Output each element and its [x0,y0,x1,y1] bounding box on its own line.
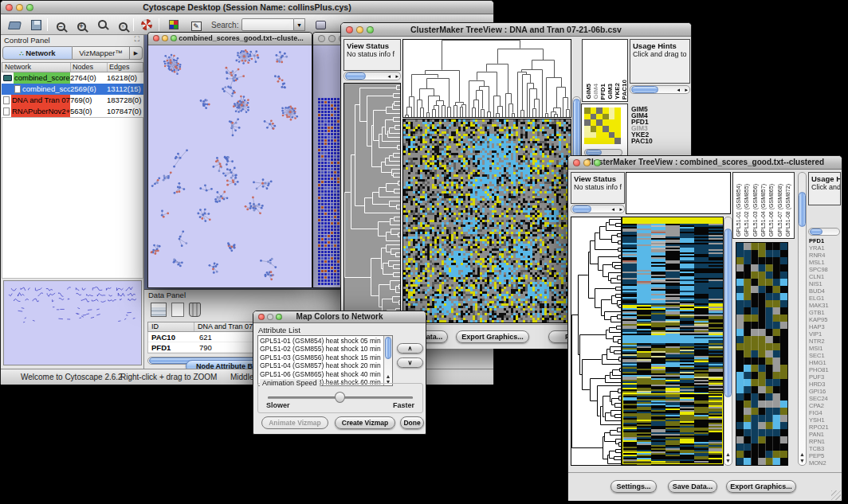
table-view-icon[interactable] [151,303,167,317]
gene-label[interactable]: PEP5 [809,452,842,459]
open-session-icon[interactable] [6,18,23,33]
gene-label[interactable]: PAC10 [631,138,687,144]
gene-label[interactable]: KAP95 [809,316,842,323]
minimize-icon[interactable] [267,314,273,320]
main-titlebar[interactable]: Cytoscape Desktop (Session Name: collins… [1,1,493,14]
treeview2-hints-hscrollbar[interactable] [808,228,840,236]
close-icon[interactable] [153,35,159,41]
tab-network[interactable]: ∴ Network [2,46,73,60]
export-graphics-button[interactable]: Export Graphics... [456,330,529,343]
gene-label[interactable]: PUF3 [809,373,842,381]
gene-label[interactable]: PAN1 [809,431,842,438]
treeview1-column-dendrogram[interactable] [402,39,571,118]
gene-label[interactable]: GIM3 [631,125,687,131]
zoom-selected-icon[interactable] [93,18,111,33]
close-icon[interactable] [573,159,580,166]
minimize-icon[interactable] [356,26,363,33]
gene-label[interactable]: NIS1 [809,280,842,287]
zoom-out-icon[interactable]: – [52,18,69,33]
network-window-titlebar[interactable]: combined_scores_good.txt--cluste... [148,33,312,45]
treeview2-vscrollbar[interactable]: ▲ ▼ [724,217,732,466]
treeview2-column-dendrogram[interactable] [626,172,731,214]
save-session-icon[interactable] [27,18,45,33]
gene-label[interactable]: NTR2 [809,338,842,345]
gene-label[interactable]: GPI16 [809,388,842,395]
move-up-button[interactable]: ∧ [397,343,423,354]
close-icon[interactable] [318,35,325,42]
search-dropdown-icon[interactable]: ▼ [294,18,305,31]
close-icon[interactable] [258,314,265,320]
minimize-icon[interactable] [328,35,336,42]
col-header-nodes[interactable]: Nodes [71,63,108,72]
gene-label[interactable]: FIG4 [809,409,842,416]
zoom-window-icon[interactable] [171,35,177,41]
gene-label[interactable]: PFD1 [631,119,687,125]
network-view-canvas[interactable] [148,45,312,287]
attribute-list-item[interactable]: GPL51-02 (GSM855) heat shock 10 min [260,345,391,353]
gene-label[interactable]: PHO81 [809,366,842,373]
minimize-icon[interactable] [16,4,23,11]
treeview1-heatmap[interactable] [402,119,571,323]
vizmapper-icon[interactable] [165,18,183,33]
tab-vizmapper[interactable]: VizMapper™ [73,46,130,60]
network-overview-thumbnail[interactable] [3,280,142,365]
treeview2-heatmap[interactable] [622,217,724,466]
attribute-list-item[interactable]: GPL51-03 (GSM856) heat shock 15 min [260,354,391,361]
gene-label[interactable]: YKE2 [631,131,687,138]
gene-label[interactable]: RPO21 [809,424,842,431]
settings-button[interactable]: Settings... [610,480,657,493]
network-list-row[interactable]: combined_scores2764(0)16218(0) [2,72,143,84]
done-button[interactable]: Done [400,416,424,429]
slider-thumb[interactable] [335,392,345,403]
tab-overflow-arrow[interactable]: ▶ [130,46,143,60]
zoom-window-icon[interactable] [276,314,282,320]
gene-label[interactable]: MAK31 [809,302,842,309]
animation-speed-slider[interactable] [268,397,413,399]
attribute-list-item[interactable]: GPL51-04 (GSM857) heat shock 20 min [260,361,391,369]
minimize-icon[interactable] [583,159,591,166]
close-icon[interactable] [346,26,353,33]
col-header-edges[interactable]: Edges [108,63,143,72]
zoom-window-icon[interactable] [367,26,374,33]
dialog-titlebar[interactable]: Map Colors to Network [253,311,426,323]
delete-attribute-icon[interactable] [189,303,201,317]
export-graphics-button[interactable]: Export Graphics... [726,480,796,493]
treeview2-status-hscrollbar[interactable]: ◂ ▸ [571,205,625,213]
attribute-list-item[interactable]: GPL51-01 (GSM854) heat shock 05 min [260,337,391,345]
gene-label[interactable]: CPA2 [809,402,842,409]
search-input[interactable] [241,18,294,31]
gene-label[interactable]: VIP1 [809,330,842,338]
data-col-id[interactable]: ID [148,322,194,331]
zoom-window-icon[interactable] [26,4,33,11]
zoom-window-icon[interactable] [594,159,601,166]
close-icon[interactable] [6,4,13,11]
gene-label[interactable]: RPN1 [809,438,842,445]
gene-label[interactable]: TCB3 [809,445,842,452]
new-attribute-icon[interactable] [171,303,184,317]
gene-label[interactable]: MON2 [809,459,842,467]
gene-label[interactable]: SEC1 [809,352,842,359]
gene-label[interactable]: HRD3 [809,381,842,388]
help-icon[interactable] [138,18,155,33]
network-list-row[interactable]: DNA and Tran 07769(0)183728(0) [2,95,143,106]
gene-label[interactable]: HAP3 [809,323,842,330]
treeview2-titlebar[interactable]: ClusterMaker TreeView : combined_scores_… [568,156,842,170]
annotation-icon[interactable]: ✎ [187,18,205,33]
attribute-list-vscrollbar[interactable]: ▲ ▼ [383,336,392,385]
treeview1-status-hscrollbar[interactable]: ◂ ▸ [344,72,401,80]
create-vizmap-button[interactable]: Create Vizmap [335,416,395,429]
gene-label[interactable]: YRA1 [809,244,842,252]
treeview1-row-dendrogram[interactable] [344,83,401,322]
gene-label[interactable]: BUD4 [809,287,842,295]
treeview2-zoom-vscrollbar[interactable]: ▲ ▼ [798,172,807,466]
gene-label[interactable]: MSL1 [809,259,842,266]
move-down-button[interactable]: ∨ [397,357,423,368]
treeview1-mini-heatmap[interactable] [584,107,621,144]
gene-label[interactable]: SEC24 [809,395,842,402]
gene-label[interactable]: GTB1 [809,309,842,316]
gene-label[interactable]: HMG1 [809,359,842,366]
gene-label[interactable]: PFD1 [809,237,842,244]
gene-label[interactable]: CLN1 [809,273,842,280]
attribute-list-item[interactable]: GPL51-06 (GSM865) heat shock 40 min [260,370,391,378]
treeview1-hints-hscrollbar[interactable]: ◂ ▸ [630,85,690,94]
